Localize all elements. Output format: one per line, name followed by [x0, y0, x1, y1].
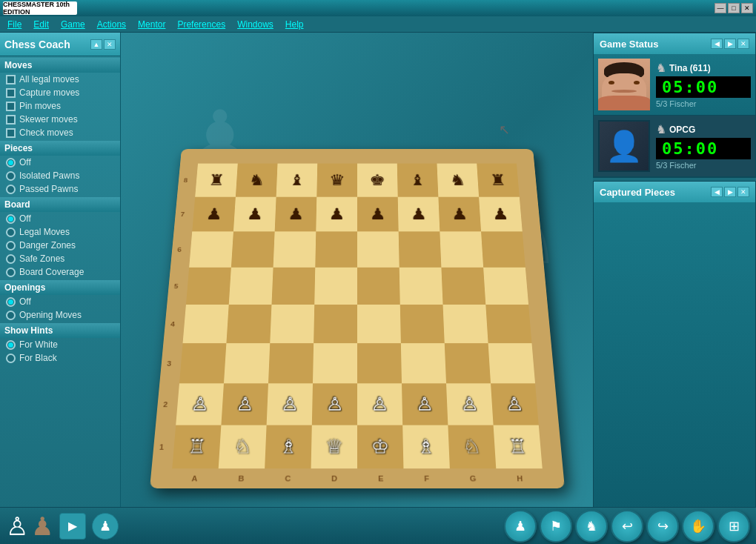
square-h3[interactable]: [488, 343, 534, 383]
checkbox-skewer-moves[interactable]: [6, 115, 16, 125]
menu-actions[interactable]: Actions: [91, 18, 132, 31]
checkbox-check-moves[interactable]: [6, 128, 16, 138]
close-button[interactable]: ✕: [741, 3, 753, 13]
radio-passed-pawns[interactable]: [6, 185, 16, 194]
option-pin-moves[interactable]: Pin moves: [0, 99, 120, 113]
option-openings-off[interactable]: Off: [0, 295, 120, 308]
square-b7[interactable]: ♟: [233, 197, 276, 232]
square-f5[interactable]: [399, 268, 442, 305]
option-for-white[interactable]: For White: [0, 338, 120, 351]
square-f7[interactable]: ♟: [397, 197, 440, 232]
square-c4[interactable]: [270, 305, 314, 343]
square-h8[interactable]: ♜: [477, 164, 520, 197]
radio-safe-zones[interactable]: [6, 254, 16, 264]
option-isolated-pawns[interactable]: Isolated Pawns: [0, 169, 120, 182]
radio-danger-zones[interactable]: [6, 241, 16, 251]
square-e3[interactable]: [357, 343, 402, 383]
square-d3[interactable]: [312, 343, 357, 383]
square-d1[interactable]: ♕: [311, 425, 357, 469]
square-b1[interactable]: ♘: [218, 425, 266, 469]
menu-file[interactable]: File: [1, 18, 27, 31]
square-d7[interactable]: ♟: [316, 197, 357, 232]
square-d2[interactable]: ♙: [311, 383, 357, 425]
checkbox-all-legal-moves[interactable]: [6, 75, 16, 84]
option-capture-moves[interactable]: Capture moves: [0, 86, 120, 99]
radio-isolated-pawns[interactable]: [6, 171, 16, 181]
square-c8[interactable]: ♝: [276, 164, 317, 197]
square-b2[interactable]: ♙: [221, 383, 268, 425]
option-pieces-off[interactable]: Off: [0, 156, 120, 169]
square-e7[interactable]: ♟: [357, 197, 399, 232]
option-passed-pawns[interactable]: Passed Pawns: [0, 182, 120, 196]
square-f4[interactable]: [399, 305, 444, 343]
toolbar-person-button[interactable]: ♟: [92, 513, 119, 540]
square-f8[interactable]: ♝: [397, 164, 438, 197]
game-status-prev-button[interactable]: ◀: [711, 39, 723, 49]
menu-mentor[interactable]: Mentor: [132, 18, 171, 31]
square-g7[interactable]: ♟: [438, 197, 481, 232]
radio-board-coverage[interactable]: [6, 268, 16, 277]
maximize-button[interactable]: □: [728, 3, 740, 13]
toolbar-btn-6[interactable]: ✋: [682, 510, 714, 543]
square-e4[interactable]: [357, 305, 401, 343]
option-board-off[interactable]: Off: [0, 212, 120, 225]
captured-close-button[interactable]: ✕: [737, 187, 749, 197]
square-d4[interactable]: [314, 305, 357, 343]
toolbar-btn-5[interactable]: ↪: [646, 510, 679, 543]
game-status-close-button[interactable]: ✕: [737, 39, 749, 49]
square-c5[interactable]: [271, 268, 315, 305]
square-b6[interactable]: [231, 231, 274, 267]
panel-close-button[interactable]: ✕: [104, 39, 116, 50]
square-b4[interactable]: [226, 305, 271, 343]
square-g2[interactable]: ♙: [446, 383, 494, 425]
radio-pieces-off[interactable]: [6, 158, 16, 167]
option-board-coverage[interactable]: Board Coverage: [0, 265, 120, 279]
square-d8[interactable]: ♛: [316, 164, 357, 197]
square-c3[interactable]: [268, 343, 313, 383]
square-b8[interactable]: ♞: [235, 164, 277, 197]
option-for-black[interactable]: For Black: [0, 351, 120, 365]
square-c7[interactable]: ♟: [274, 197, 316, 232]
panel-expand-button[interactable]: ▲: [90, 39, 102, 50]
game-status-next-button[interactable]: ▶: [724, 39, 736, 49]
square-f6[interactable]: [398, 231, 441, 267]
square-h1[interactable]: ♖: [493, 425, 542, 469]
radio-for-black[interactable]: [6, 354, 16, 363]
chess-board[interactable]: ♜♞♝♛♚♝♞♜♟♟♟♟♟♟♟♟♙♙♙♙♙♙♙♙♖♘♗♕♔♗♘♖: [172, 164, 542, 469]
radio-for-white[interactable]: [6, 340, 16, 350]
square-c6[interactable]: [273, 231, 316, 267]
option-check-moves[interactable]: Check moves: [0, 126, 120, 139]
square-a4[interactable]: [182, 305, 228, 343]
radio-openings-off[interactable]: [6, 297, 16, 307]
square-d6[interactable]: [315, 231, 357, 267]
menu-game[interactable]: Game: [55, 18, 91, 31]
square-a5[interactable]: [185, 268, 231, 305]
square-g4[interactable]: [442, 305, 488, 343]
toolbar-btn-1[interactable]: ♟: [504, 510, 537, 543]
square-f1[interactable]: ♗: [402, 425, 450, 469]
square-a6[interactable]: [189, 231, 233, 267]
option-danger-zones[interactable]: Danger Zones: [0, 239, 120, 252]
square-e2[interactable]: ♙: [357, 383, 402, 425]
menu-preferences[interactable]: Preferences: [171, 18, 231, 31]
square-e5[interactable]: [357, 268, 400, 305]
square-h6[interactable]: [481, 231, 525, 267]
toolbar-btn-4[interactable]: ↩: [611, 510, 643, 543]
square-c2[interactable]: ♙: [266, 383, 312, 425]
square-g1[interactable]: ♘: [448, 425, 496, 469]
square-d5[interactable]: [314, 268, 357, 305]
square-e8[interactable]: ♚: [357, 164, 398, 197]
square-g8[interactable]: ♞: [437, 164, 479, 197]
radio-legal-moves[interactable]: [6, 228, 16, 237]
square-a8[interactable]: ♜: [195, 164, 238, 197]
option-skewer-moves[interactable]: Skewer moves: [0, 113, 120, 126]
toolbar-btn-7[interactable]: ⊞: [717, 510, 750, 543]
square-f2[interactable]: ♙: [402, 383, 448, 425]
minimize-button[interactable]: —: [714, 3, 726, 13]
option-all-legal-moves[interactable]: All legal moves: [0, 73, 120, 86]
menu-edit[interactable]: Edit: [27, 18, 55, 31]
menu-help[interactable]: Help: [279, 18, 310, 31]
menu-windows[interactable]: Windows: [231, 18, 279, 31]
square-a7[interactable]: ♟: [192, 197, 236, 232]
square-f3[interactable]: [400, 343, 445, 383]
